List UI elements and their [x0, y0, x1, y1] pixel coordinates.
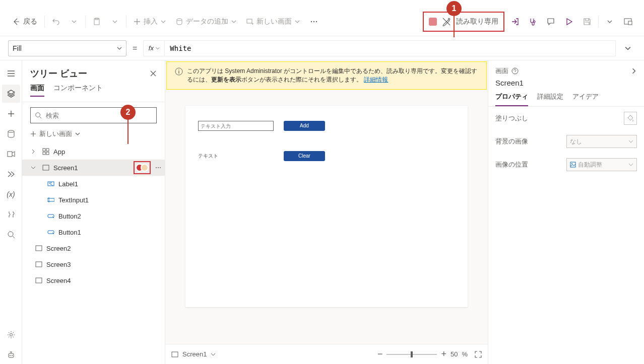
canvas-label: テキスト [198, 153, 274, 160]
rail-tree-view[interactable] [2, 85, 20, 103]
property-selector[interactable]: Fill [8, 40, 126, 56]
tree-tab-screens[interactable]: 画面 [30, 84, 44, 97]
zoom-in-button[interactable]: + [441, 349, 446, 359]
back-arrow-icon [12, 18, 20, 26]
share-button[interactable] [506, 14, 523, 30]
rail-settings[interactable] [2, 326, 20, 344]
tree-node-textinput1[interactable]: TextInput1 [22, 192, 165, 208]
undo-button[interactable] [48, 14, 64, 30]
svg-rect-3 [247, 19, 252, 23]
rail-hamburger[interactable] [2, 64, 20, 83]
tree-node-screen2[interactable]: Screen2 [22, 240, 165, 256]
plus-icon [134, 18, 141, 25]
play-button[interactable] [561, 14, 577, 30]
zoom-slider[interactable] [387, 354, 437, 355]
tree-search-input[interactable] [46, 112, 152, 119]
chevron-down-icon [156, 46, 160, 50]
tree-view-panel: ツリー ビュー 画面 コンポーネント 新しい画面 App [22, 60, 165, 364]
svg-rect-10 [8, 152, 12, 157]
props-tab-ideas[interactable]: アイデア [572, 92, 599, 106]
props-tab-advanced[interactable]: 詳細設定 [537, 92, 563, 106]
collapse-props-button[interactable] [631, 68, 637, 74]
screen-icon [35, 245, 42, 252]
fx-label[interactable]: fx [144, 41, 165, 56]
banner-more-link[interactable]: 詳細情報 [364, 76, 388, 83]
svg-rect-13 [9, 353, 14, 357]
svg-rect-8 [628, 21, 632, 25]
overflow-button[interactable] [306, 14, 322, 30]
database-icon [176, 18, 183, 25]
rail-advanced-tools[interactable] [2, 205, 20, 224]
tree-node-screen3[interactable]: Screen3 [22, 256, 165, 272]
comments-button[interactable] [543, 14, 559, 30]
tree-node-more[interactable] [155, 164, 162, 171]
presence-avatar-icon [141, 164, 149, 172]
prop-fill-picker[interactable] [624, 112, 637, 125]
undo-dropdown[interactable] [66, 14, 82, 30]
paste-dropdown[interactable] [107, 14, 123, 30]
chevron-down-icon [161, 19, 166, 24]
rail-variables[interactable]: (x) [2, 185, 20, 203]
plus-icon [30, 131, 36, 137]
paste-button[interactable] [89, 14, 105, 30]
save-button[interactable] [579, 14, 595, 30]
zoom-out-button[interactable]: − [377, 349, 383, 359]
svg-point-6 [316, 21, 317, 22]
tree-node-button1[interactable]: Button1 [22, 224, 165, 240]
tree-tab-components[interactable]: コンポーネント [53, 84, 103, 97]
preview-window-button[interactable] [620, 14, 636, 30]
rail-power-automate[interactable] [2, 165, 20, 183]
footer-screen-name[interactable]: Screen1 [182, 350, 207, 358]
close-tree-button[interactable] [150, 70, 157, 77]
tree-node-label1[interactable]: Label1 [22, 176, 165, 192]
search-icon [35, 112, 42, 119]
design-canvas[interactable]: Add テキスト Clear [185, 106, 468, 307]
info-icon [175, 67, 183, 76]
rail-search[interactable] [2, 226, 20, 244]
tree-search[interactable] [30, 107, 157, 123]
fit-to-window-button[interactable] [475, 351, 482, 358]
save-icon [583, 17, 592, 26]
new-screen-button[interactable]: 新しい画面 [242, 15, 304, 28]
canvas-textinput[interactable] [198, 121, 274, 131]
publish-dropdown[interactable] [602, 14, 618, 30]
canvas-add-button[interactable]: Add [284, 121, 325, 131]
health-check-button[interactable] [525, 14, 541, 30]
tree-node-screen1[interactable]: Screen1 [22, 160, 165, 176]
rail-virtual-agent[interactable] [2, 346, 20, 364]
svg-rect-30 [36, 262, 42, 267]
svg-rect-26 [47, 198, 54, 201]
formula-input[interactable] [165, 41, 615, 56]
new-screen-link[interactable]: 新しい画面 [22, 126, 165, 143]
svg-point-37 [571, 163, 572, 164]
chevron-down-icon [625, 45, 631, 51]
tree-node-button2[interactable]: Button2 [22, 208, 165, 224]
rail-data[interactable] [2, 125, 20, 143]
canvas-clear-button[interactable]: Clear [284, 151, 325, 161]
svg-point-24 [160, 167, 161, 168]
insert-button[interactable]: 挿入 [130, 15, 170, 28]
screen-icon [42, 164, 49, 171]
canvas-footer: Screen1 − + 50 % [165, 344, 488, 364]
rail-media[interactable] [2, 145, 20, 163]
rail-insert[interactable] [2, 105, 20, 123]
svg-rect-29 [36, 246, 42, 251]
add-data-button[interactable]: データの追加 [172, 15, 240, 28]
chevron-down-icon [628, 162, 633, 167]
search-icon [7, 231, 15, 239]
svg-point-9 [8, 130, 14, 132]
paste-icon [93, 18, 101, 26]
chevron-right-icon [631, 68, 637, 74]
plus-icon [7, 110, 15, 118]
tree-node-app[interactable]: App [22, 143, 165, 160]
prop-imagepos-select[interactable]: 自動調整 [566, 158, 637, 171]
info-icon[interactable] [511, 67, 519, 75]
tree-node-screen4[interactable]: Screen4 [22, 272, 165, 288]
props-tab-properties[interactable]: プロパティ [495, 92, 528, 106]
svg-point-22 [156, 167, 157, 168]
prop-bgimage-select[interactable]: なし [566, 135, 637, 148]
screen-icon [171, 351, 178, 358]
back-button[interactable]: 戻る [8, 15, 41, 28]
expand-formula-button[interactable] [620, 45, 636, 51]
prop-label-imagepos: 画像の位置 [495, 160, 528, 169]
